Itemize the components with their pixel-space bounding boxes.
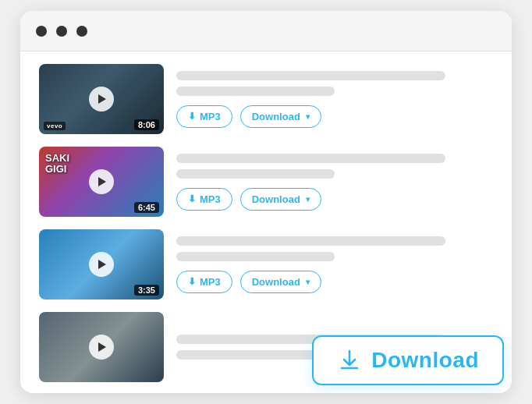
skeleton-sub-2	[176, 169, 335, 179]
action-row-2: ⬇ MP3 Download ▾	[176, 188, 493, 211]
thumbnail-1: vevo 8:06	[39, 64, 164, 134]
download-small-icon-2: ⬇	[188, 193, 196, 204]
big-download-icon	[337, 348, 362, 373]
download-label-3: Download	[252, 276, 300, 288]
video-item-3: 3:35 ⬇ MP3 Download ▾	[39, 229, 493, 299]
vevo-badge-1: vevo	[44, 122, 66, 130]
video-item-2: SAKIGIGI 6:45 ⬇ MP3 Download ▾	[39, 147, 493, 217]
traffic-light-1[interactable]	[36, 26, 47, 37]
play-button-3[interactable]	[89, 252, 114, 277]
traffic-light-3[interactable]	[76, 26, 87, 37]
duration-3: 3:35	[134, 285, 159, 296]
play-icon-2	[98, 177, 106, 186]
video-info-1: ⬇ MP3 Download ▾	[176, 71, 493, 128]
mp3-button-1[interactable]: ⬇ MP3	[176, 105, 232, 128]
play-button-4[interactable]	[89, 335, 114, 360]
download-small-icon-1: ⬇	[188, 111, 196, 122]
play-icon-3	[98, 260, 106, 269]
big-download-button[interactable]: Download	[312, 335, 504, 385]
skeleton-sub-1	[176, 87, 335, 96]
chevron-icon-1: ▾	[306, 112, 310, 121]
action-row-3: ⬇ MP3 Download ▾	[176, 271, 493, 293]
skeleton-title-3	[176, 236, 445, 246]
browser-content: vevo 8:06 ⬇ MP3 Download ▾	[20, 51, 512, 393]
big-download-label: Download	[371, 348, 479, 373]
play-icon-4	[98, 342, 106, 352]
mp3-label-3: MP3	[200, 276, 221, 288]
skeleton-title-1	[176, 71, 445, 80]
play-icon-1	[98, 94, 106, 104]
mp3-button-3[interactable]: ⬇ MP3	[176, 271, 232, 293]
chevron-icon-3: ▾	[306, 278, 310, 286]
mp3-label-2: MP3	[200, 193, 221, 205]
download-small-icon-3: ⬇	[188, 276, 196, 287]
duration-2: 6:45	[134, 202, 159, 213]
thumbnail-2: SAKIGIGI 6:45	[39, 147, 164, 217]
download-button-2[interactable]: Download ▾	[240, 188, 321, 211]
chevron-icon-2: ▾	[306, 195, 310, 204]
play-button-2[interactable]	[89, 169, 114, 194]
saki-label: SAKIGIGI	[45, 153, 69, 175]
download-label-1: Download	[252, 111, 300, 122]
video-info-3: ⬇ MP3 Download ▾	[176, 236, 493, 293]
traffic-light-2[interactable]	[56, 26, 67, 37]
action-row-1: ⬇ MP3 Download ▾	[176, 105, 493, 128]
skeleton-title-2	[176, 154, 445, 163]
video-item-1: vevo 8:06 ⬇ MP3 Download ▾	[39, 64, 493, 134]
mp3-button-2[interactable]: ⬇ MP3	[176, 188, 232, 211]
skeleton-sub-3	[176, 252, 335, 261]
download-button-1[interactable]: Download ▾	[240, 105, 321, 128]
thumbnail-3: 3:35	[39, 229, 164, 299]
video-info-2: ⬇ MP3 Download ▾	[176, 154, 493, 211]
browser-titlebar	[20, 11, 512, 51]
download-button-3[interactable]: Download ▾	[240, 271, 321, 293]
skeleton-sub-4	[176, 350, 335, 360]
mp3-label-1: MP3	[200, 111, 221, 122]
duration-1: 8:06	[134, 119, 159, 130]
browser-window: vevo 8:06 ⬇ MP3 Download ▾	[20, 11, 512, 393]
play-button-1[interactable]	[89, 87, 114, 112]
download-label-2: Download	[252, 193, 300, 205]
thumbnail-4	[39, 312, 164, 382]
